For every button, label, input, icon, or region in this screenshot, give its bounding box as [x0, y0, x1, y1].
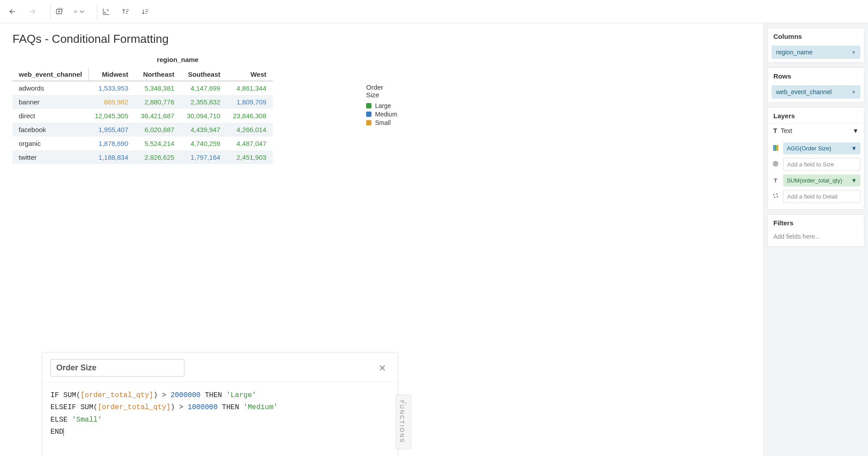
calculation-editor: ✕ IF SUM([order_total_qty]) > 2000000 TH… [42, 352, 398, 456]
cell-value[interactable]: 30,094,710 [180, 109, 226, 123]
legend-item[interactable]: Medium [366, 111, 397, 118]
row-label[interactable]: adwords [13, 81, 88, 95]
table-row: banner869,9822,880,7762,355,8321,809,709 [13, 95, 273, 109]
svg-point-5 [774, 197, 776, 198]
column-header[interactable]: Northeast [134, 68, 180, 81]
functions-tab[interactable]: › FUNCTIONS [396, 394, 411, 449]
page-title: FAQs - Conditional Formatting [13, 32, 764, 46]
row-dimension-label: web_event_channel [13, 68, 88, 81]
row-label[interactable]: facebook [13, 123, 88, 137]
calc-formula-editor[interactable]: IF SUM([order_total_qty]) > 2000000 THEN… [42, 382, 398, 456]
svg-point-6 [777, 196, 778, 198]
legend-title: Order Size [366, 83, 397, 99]
cell-value[interactable]: 1,878,690 [88, 137, 134, 150]
legend-label: Large [375, 102, 391, 109]
column-header[interactable]: West [226, 68, 272, 81]
legend-swatch [366, 103, 371, 108]
chart-type-button[interactable] [74, 6, 84, 17]
swap-axes-button[interactable] [101, 6, 112, 17]
pivot-table: web_event_channel MidwestNortheastSouthe… [13, 68, 273, 164]
cell-value[interactable]: 869,982 [88, 95, 134, 109]
svg-point-2 [775, 163, 776, 165]
row-label[interactable]: twitter [13, 150, 88, 164]
text-pill[interactable]: SUM(order_total_qty)▼ [783, 174, 860, 187]
table-row: organic1,878,6905,524,2144,740,2594,487,… [13, 137, 273, 150]
size-icon [772, 161, 780, 168]
cell-value[interactable]: 4,861,344 [226, 81, 272, 95]
size-field-input[interactable]: Add a field to Size [783, 158, 860, 171]
legend-label: Medium [375, 111, 397, 118]
cell-value[interactable]: 1,533,953 [88, 81, 134, 95]
legend-item[interactable]: Small [366, 119, 397, 126]
toolbar [0, 0, 868, 23]
detail-icon [772, 193, 780, 200]
columns-pill[interactable]: region_name▼ [772, 46, 860, 59]
back-button[interactable] [7, 6, 18, 17]
cell-value[interactable]: 6,020,887 [134, 123, 180, 137]
svg-point-1 [773, 162, 778, 166]
table-row: twitter1,188,8342,826,6251,797,1642,451,… [13, 150, 273, 164]
close-icon[interactable]: ✕ [375, 361, 390, 375]
rows-shelf: Rows web_event_channel▼ [768, 67, 864, 103]
table-row: adwords1,533,9535,348,3814,147,6994,861,… [13, 81, 273, 95]
cell-value[interactable]: 36,421,687 [134, 109, 180, 123]
column-header[interactable]: Southeast [180, 68, 226, 81]
forward-button[interactable] [27, 6, 38, 17]
sort-asc-button[interactable] [121, 6, 131, 17]
toolbar-separator [50, 3, 50, 20]
side-panel: Columns region_name▼ Rows web_event_chan… [764, 23, 868, 456]
cell-value[interactable]: 2,880,776 [134, 95, 180, 109]
filters-dropzone[interactable]: Add fields here... [768, 230, 864, 246]
row-label[interactable]: banner [13, 95, 88, 109]
cell-value[interactable]: 4,487,047 [226, 137, 272, 150]
filters-shelf: Filters Add fields here... [768, 214, 864, 247]
cell-value[interactable]: 2,355,832 [180, 95, 226, 109]
column-dimension-label: region_name [79, 54, 276, 68]
color-icon [772, 145, 780, 152]
row-label[interactable]: organic [13, 137, 88, 150]
cell-value[interactable]: 23,846,308 [226, 109, 272, 123]
cell-value[interactable]: 1,809,709 [226, 95, 272, 109]
row-label[interactable]: direct [13, 109, 88, 123]
cell-value[interactable]: 4,439,947 [180, 123, 226, 137]
legend-label: Small [375, 119, 391, 126]
mark-type-selector[interactable]: TText ▼ [768, 123, 864, 138]
svg-point-4 [776, 194, 778, 195]
sort-desc-button[interactable] [140, 6, 151, 17]
detail-field-input[interactable]: Add a field to Detail [783, 190, 860, 203]
cell-value[interactable]: 4,147,699 [180, 81, 226, 95]
legend-item[interactable]: Large [366, 102, 397, 109]
cell-value[interactable]: 5,524,214 [134, 137, 180, 150]
columns-shelf: Columns region_name▼ [768, 28, 864, 63]
rows-pill[interactable]: web_event_channel▼ [772, 85, 860, 99]
calc-name-input[interactable] [50, 359, 184, 377]
add-sheet-button[interactable] [54, 6, 65, 17]
cell-value[interactable]: 1,188,834 [88, 150, 134, 164]
cell-value[interactable]: 4,740,259 [180, 137, 226, 150]
table-row: facebook1,955,4076,020,8874,439,9474,266… [13, 123, 273, 137]
cell-value[interactable]: 4,266,014 [226, 123, 272, 137]
layers-shelf: Layers TText ▼ AGG(Order Size)▼ [768, 107, 864, 210]
toolbar-separator [97, 3, 97, 20]
text-icon: T [772, 177, 780, 184]
color-pill[interactable]: AGG(Order Size)▼ [783, 142, 860, 154]
cell-value[interactable]: 1,797,164 [180, 150, 226, 164]
legend-swatch [366, 120, 371, 125]
cell-value[interactable]: 12,045,305 [88, 109, 134, 123]
svg-point-3 [773, 194, 775, 195]
cell-value[interactable]: 1,955,407 [88, 123, 134, 137]
cell-value[interactable]: 2,451,903 [226, 150, 272, 164]
cell-value[interactable]: 5,348,381 [134, 81, 180, 95]
legend-swatch [366, 112, 371, 117]
cell-value[interactable]: 2,826,625 [134, 150, 180, 164]
table-row: direct12,045,30536,421,68730,094,71023,8… [13, 109, 273, 123]
column-header[interactable]: Midwest [88, 68, 134, 81]
main-canvas: FAQs - Conditional Formatting region_nam… [0, 23, 764, 456]
legend: Order Size LargeMediumSmall [366, 83, 397, 128]
